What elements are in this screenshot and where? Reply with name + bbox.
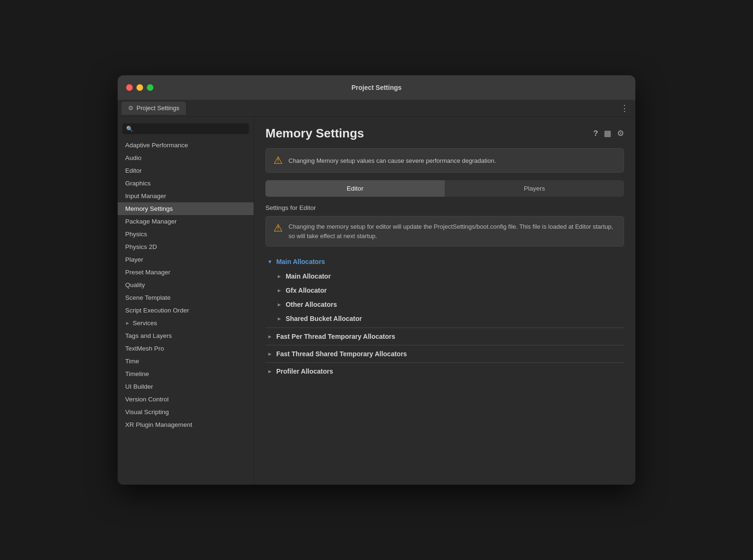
sidebar-item-label: Preset Manager — [125, 269, 170, 276]
main-window: Project Settings ⚙ Project Settings ⋮ 🔍 … — [118, 75, 635, 485]
sidebar-item-physics[interactable]: Physics — [118, 228, 254, 240]
sidebar-item-physics-2d[interactable]: Physics 2D — [118, 240, 254, 253]
tab-players[interactable]: Players — [445, 180, 624, 197]
search-input[interactable] — [136, 125, 245, 132]
sidebar-item-visual-scripting[interactable]: Visual Scripting — [118, 406, 254, 418]
sub-allocator-label-1: Gfx Allocator — [286, 287, 327, 294]
sidebar-item-label: Physics 2D — [125, 243, 157, 250]
profiler-allocators-chevron-icon: ► — [267, 368, 272, 374]
fast-thread-shared-chevron-icon: ► — [267, 351, 272, 357]
sidebar-item-textmesh-pro[interactable]: TextMesh Pro — [118, 342, 254, 355]
sidebar-item-label: Script Execution Order — [125, 307, 189, 314]
tab-gear-icon: ⚙ — [128, 104, 134, 112]
sidebar-item-version-control[interactable]: Version Control — [118, 393, 254, 406]
sidebar-item-label: TextMesh Pro — [125, 345, 164, 352]
kebab-menu-icon[interactable]: ⋮ — [617, 104, 632, 113]
maximize-button[interactable] — [147, 84, 153, 91]
sub-chevron-icon-3: ► — [277, 316, 282, 321]
sidebar-item-label: Player — [125, 256, 143, 263]
sidebar-item-quality[interactable]: Quality — [118, 279, 254, 291]
sidebar-item-tags-and-layers[interactable]: Tags and Layers — [118, 329, 254, 342]
sidebar-item-adaptive-performance[interactable]: Adaptive Performance — [118, 139, 254, 152]
sidebar-item-player[interactable]: Player — [118, 253, 254, 266]
sidebar-item-audio[interactable]: Audio — [118, 152, 254, 164]
sidebar-item-label: Package Manager — [125, 218, 177, 225]
sidebar-item-label: Memory Settings — [125, 205, 173, 212]
tab-label: Project Settings — [136, 104, 179, 112]
sidebar-item-scene-template[interactable]: Scene Template — [118, 291, 254, 304]
sub-allocator-main[interactable]: ► Main Allocator — [275, 269, 624, 283]
main-allocators-label: Main Allocators — [276, 258, 325, 265]
sidebar-item-label: Visual Scripting — [125, 408, 169, 416]
sidebar-item-label: Input Manager — [125, 192, 166, 200]
sliders-icon[interactable]: ▦ — [604, 128, 611, 138]
main-panel: Memory Settings ? ▦ ⚙ ⚠ Changing Memory … — [254, 117, 635, 485]
main-allocators-header[interactable]: ▼ Main Allocators — [265, 254, 624, 269]
sidebar-item-label: UI Builder — [125, 383, 153, 390]
fast-thread-shared-label: Fast Thread Shared Temporary Allocators — [276, 350, 407, 358]
help-icon[interactable]: ? — [593, 129, 598, 138]
titlebar: Project Settings — [118, 75, 635, 100]
sidebar-item-label: Scene Template — [125, 294, 171, 301]
sidebar-item-input-manager[interactable]: Input Manager — [118, 190, 254, 202]
tab-bar-actions: ⋮ — [617, 103, 632, 113]
sub-allocator-shared-bucket[interactable]: ► Shared Bucket Allocator — [275, 312, 624, 326]
sub-allocators-list: ► Main Allocator ► Gfx Allocator ► Other… — [265, 269, 624, 326]
sidebar-item-ui-builder[interactable]: UI Builder — [118, 380, 254, 393]
close-button[interactable] — [126, 84, 133, 91]
sidebar-item-editor[interactable]: Editor — [118, 164, 254, 177]
sidebar-item-services[interactable]: ► Services — [118, 317, 254, 329]
warning-message: Changing Memory setup values can cause s… — [288, 157, 496, 164]
sidebar-item-label: Editor — [125, 167, 142, 174]
main-allocators-section: ▼ Main Allocators ► Main Allocator ► Gfx… — [265, 254, 624, 326]
content-area: 🔍 Adaptive Performance Audio Editor Grap… — [118, 117, 635, 485]
sidebar-item-package-manager[interactable]: Package Manager — [118, 215, 254, 228]
sidebar-item-preset-manager[interactable]: Preset Manager — [118, 266, 254, 279]
panel-title: Memory Settings — [265, 126, 364, 141]
search-icon: 🔍 — [126, 126, 133, 132]
sub-chevron-icon-1: ► — [277, 288, 282, 293]
sidebar-item-timeline[interactable]: Timeline — [118, 368, 254, 380]
minimize-button[interactable] — [136, 84, 143, 91]
sidebar-item-memory-settings[interactable]: Memory Settings — [118, 202, 254, 215]
chevron-right-icon: ► — [125, 320, 130, 326]
info-warning-icon: ⚠ — [273, 222, 283, 234]
info-message: Changing the memory setup for editor wil… — [288, 222, 616, 240]
window-controls — [126, 84, 153, 91]
settings-gear-icon[interactable]: ⚙ — [617, 128, 624, 138]
sidebar-item-label: Timeline — [125, 370, 149, 377]
sub-allocator-label-3: Shared Bucket Allocator — [286, 315, 362, 322]
fast-per-thread-label: Fast Per Thread Temporary Allocators — [276, 333, 395, 340]
sidebar-item-label: Graphics — [125, 180, 151, 187]
profiler-allocators-label: Profiler Allocators — [276, 368, 333, 375]
sidebar-item-time[interactable]: Time — [118, 355, 254, 368]
sub-allocator-label-2: Other Allocators — [286, 301, 337, 308]
main-allocators-chevron-icon: ▼ — [267, 259, 272, 264]
sub-chevron-icon-2: ► — [277, 302, 282, 307]
fast-per-thread-section: ► Fast Per Thread Temporary Allocators — [265, 328, 624, 345]
tab-bar: ⚙ Project Settings ⋮ — [118, 100, 635, 117]
warning-icon: ⚠ — [273, 154, 283, 167]
settings-for-label: Settings for Editor — [265, 204, 624, 211]
sidebar-item-xr-plugin-management[interactable]: XR Plugin Management — [118, 418, 254, 431]
sidebar-item-label: Adaptive Performance — [125, 142, 188, 149]
tabs-row: Editor Players — [265, 180, 624, 197]
tab-editor[interactable]: Editor — [265, 180, 445, 197]
fast-thread-shared-header[interactable]: ► Fast Thread Shared Temporary Allocator… — [265, 345, 624, 362]
sidebar-item-label: Version Control — [125, 396, 168, 403]
search-bar: 🔍 — [118, 120, 254, 139]
fast-per-thread-header[interactable]: ► Fast Per Thread Temporary Allocators — [265, 328, 624, 345]
sidebar-item-graphics[interactable]: Graphics — [118, 177, 254, 190]
fast-thread-shared-section: ► Fast Thread Shared Temporary Allocator… — [265, 345, 624, 362]
sidebar-item-script-execution-order[interactable]: Script Execution Order — [118, 304, 254, 317]
project-settings-tab[interactable]: ⚙ Project Settings — [121, 102, 186, 115]
window-title: Project Settings — [352, 84, 402, 91]
search-wrapper: 🔍 — [122, 123, 249, 134]
panel-header: Memory Settings ? ▦ ⚙ — [265, 126, 624, 141]
profiler-allocators-header[interactable]: ► Profiler Allocators — [265, 363, 624, 380]
panel-actions: ? ▦ ⚙ — [593, 128, 624, 138]
sub-chevron-icon-0: ► — [277, 273, 282, 279]
sub-allocator-other[interactable]: ► Other Allocators — [275, 297, 624, 312]
sub-allocator-gfx[interactable]: ► Gfx Allocator — [275, 283, 624, 297]
fast-per-thread-chevron-icon: ► — [267, 334, 272, 339]
